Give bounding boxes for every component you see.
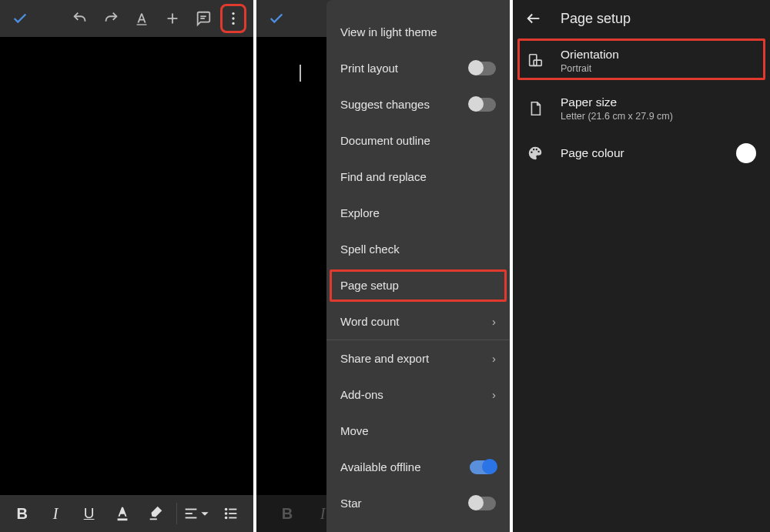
chevron-right-icon: › xyxy=(492,388,496,401)
italic-icon[interactable]: I xyxy=(39,500,71,527)
menu-share-export[interactable]: Share and export › xyxy=(326,340,510,376)
menu-label: Page setup xyxy=(340,279,399,292)
menu-available-offline[interactable]: Available offline xyxy=(326,449,510,485)
page-setup-panel: Page setup Orientation Portrait Paper si… xyxy=(513,0,770,532)
page-colour-title: Page colour xyxy=(561,146,719,160)
svg-point-17 xyxy=(226,513,227,514)
menu-label: Move xyxy=(340,424,369,437)
menu-spell-check[interactable]: Spell check xyxy=(326,231,510,267)
menu-word-count[interactable]: Word count › xyxy=(326,303,510,340)
svg-rect-9 xyxy=(150,518,157,520)
menu-label: Explore xyxy=(340,206,380,219)
top-toolbar xyxy=(0,0,253,37)
done-check-icon[interactable] xyxy=(263,5,290,32)
page-colour-texts: Page colour xyxy=(561,146,719,160)
back-arrow-icon[interactable] xyxy=(525,10,542,27)
menu-move[interactable]: Move xyxy=(326,413,510,449)
menu-label: View in light theme xyxy=(340,25,437,38)
undo-icon[interactable] xyxy=(66,5,94,32)
text-color-icon[interactable] xyxy=(106,500,138,527)
page-colour-row[interactable]: Page colour xyxy=(513,132,770,174)
document-editor-area[interactable] xyxy=(0,37,253,495)
orientation-icon xyxy=(527,52,544,69)
paper-size-row[interactable]: Paper size Letter (21.6 cm x 27.9 cm) xyxy=(513,85,770,132)
insert-icon[interactable] xyxy=(159,5,186,32)
paper-size-title: Paper size xyxy=(561,95,756,109)
menu-star[interactable]: Star xyxy=(326,485,510,521)
page-colour-swatch[interactable] xyxy=(736,143,756,163)
text-format-icon[interactable] xyxy=(128,5,156,32)
toggle-star[interactable] xyxy=(470,497,496,510)
page-setup-header: Page setup xyxy=(513,0,770,37)
menu-add-ons[interactable]: Add-ons › xyxy=(326,376,510,413)
menu-explore[interactable]: Explore xyxy=(326,195,510,231)
menu-page-setup[interactable]: Page setup xyxy=(326,267,510,303)
menu-label: Share and export xyxy=(340,352,429,365)
menu-label: Word count xyxy=(340,315,399,328)
bottom-format-bar: B I U xyxy=(0,495,253,532)
paper-size-value: Letter (21.6 cm x 27.9 cm) xyxy=(561,111,756,122)
menu-label: Print layout xyxy=(340,62,398,75)
menu-label: Suggest changes xyxy=(340,98,430,111)
bold-icon[interactable]: B xyxy=(6,500,38,527)
redo-icon[interactable] xyxy=(97,5,125,32)
orientation-texts: Orientation Portrait xyxy=(561,48,756,74)
chevron-right-icon: › xyxy=(492,352,496,365)
paper-size-icon xyxy=(527,100,544,117)
menu-label: Star xyxy=(340,497,362,510)
menu-panel: B I View in light theme Print layout Sug… xyxy=(256,0,513,532)
done-check-icon[interactable] xyxy=(6,5,34,32)
svg-rect-0 xyxy=(137,24,147,25)
align-icon[interactable] xyxy=(182,500,213,527)
toggle-print-layout[interactable] xyxy=(470,62,496,75)
menu-label: Available offline xyxy=(340,460,421,473)
paper-size-texts: Paper size Letter (21.6 cm x 27.9 cm) xyxy=(561,95,756,122)
menu-view-theme[interactable]: View in light theme xyxy=(326,14,510,50)
comment-icon[interactable] xyxy=(189,5,217,32)
svg-rect-8 xyxy=(118,518,128,520)
orientation-value: Portrait xyxy=(561,63,756,74)
svg-point-16 xyxy=(226,509,227,510)
svg-point-6 xyxy=(232,17,234,19)
highlight-color-icon[interactable] xyxy=(140,500,172,527)
underline-icon[interactable]: U xyxy=(73,500,105,527)
text-caret xyxy=(300,65,301,82)
orientation-row[interactable]: Orientation Portrait xyxy=(513,37,770,85)
list-icon[interactable] xyxy=(216,500,247,527)
overflow-menu: View in light theme Print layout Suggest… xyxy=(326,0,510,532)
chevron-right-icon: › xyxy=(492,315,496,328)
menu-label: Find and replace xyxy=(340,170,427,183)
svg-point-18 xyxy=(226,517,227,519)
palette-icon xyxy=(527,145,544,162)
menu-label: Spell check xyxy=(340,243,400,256)
svg-point-5 xyxy=(232,12,234,15)
menu-label: Add-ons xyxy=(340,388,383,401)
menu-print-layout[interactable]: Print layout xyxy=(326,50,510,86)
toggle-suggest-changes[interactable] xyxy=(470,98,496,112)
toggle-available-offline[interactable] xyxy=(470,460,496,474)
menu-suggest-changes[interactable]: Suggest changes xyxy=(326,86,510,122)
svg-point-7 xyxy=(232,22,234,25)
more-menu-icon[interactable] xyxy=(220,4,246,33)
menu-find-replace[interactable]: Find and replace xyxy=(326,159,510,195)
page-setup-title: Page setup xyxy=(561,11,631,27)
menu-document-outline[interactable]: Document outline xyxy=(326,122,510,159)
editor-panel: B I U xyxy=(0,0,256,532)
menu-label: Document outline xyxy=(340,134,430,147)
svg-rect-21 xyxy=(534,60,541,65)
toolbar-separator xyxy=(176,503,177,524)
orientation-title: Orientation xyxy=(561,48,756,62)
bold-icon: B xyxy=(270,500,304,527)
